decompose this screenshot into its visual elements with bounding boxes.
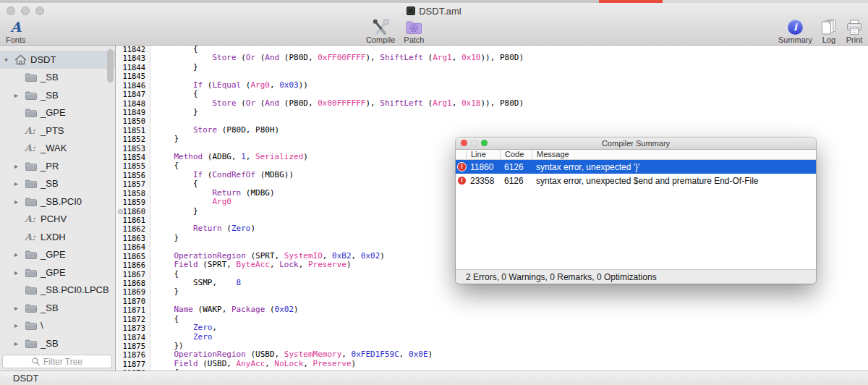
fonts-icon: A bbox=[10, 20, 21, 34]
folder-icon bbox=[25, 161, 40, 171]
toolbar: A Fonts bbox=[0, 19, 868, 45]
sidebar-item-dsdt[interactable]: ▾DSDT bbox=[0, 51, 115, 69]
code-line-11844[interactable]: 11844 } bbox=[116, 63, 868, 72]
folder-icon bbox=[25, 90, 40, 100]
line-number: 11856 bbox=[116, 171, 150, 179]
sidebar-item-sb[interactable]: ▸_SB bbox=[0, 299, 115, 317]
code-text: Store (Or (And (P80D, 0xFF00FFFF), Shift… bbox=[150, 54, 524, 62]
line-number: 11862 bbox=[116, 224, 150, 233]
line-number: 11878 bbox=[116, 368, 150, 371]
sidebar-item-pchv[interactable]: A:PCHV bbox=[0, 211, 115, 229]
line-number: 11853 bbox=[116, 144, 150, 153]
sidebar-item-sb[interactable]: ▸_SB bbox=[0, 86, 115, 104]
folder-icon bbox=[25, 321, 40, 330]
close-button[interactable] bbox=[7, 7, 15, 15]
sidebar-item-sb[interactable]: ▸_SB bbox=[0, 175, 115, 193]
folder-icon bbox=[25, 197, 40, 206]
disclosure-closed-icon[interactable]: ▸ bbox=[14, 268, 25, 276]
filter-placeholder: Filter Tree bbox=[43, 357, 82, 367]
sidebar-item-lxdh[interactable]: A:LXDH bbox=[0, 228, 115, 246]
disclosure-open-icon[interactable]: ▾ bbox=[4, 56, 14, 64]
sidebar: ▾DSDT_SB▸_SB_GPEA:_PTSA:_WAK▸_PR▸_SB▸_SB… bbox=[0, 46, 116, 371]
error-code: 6126 bbox=[500, 162, 532, 172]
code-line-11846[interactable]: 11846 If (LEqual (Arg0, 0x03)) bbox=[116, 81, 868, 90]
disclosure-closed-icon[interactable]: ▸ bbox=[14, 339, 25, 347]
sidebar-scrollbar-thumb[interactable] bbox=[107, 49, 114, 82]
patch-button[interactable]: Patch bbox=[404, 19, 424, 44]
sidebar-item-sbpci0[interactable]: ▸_SB.PCI0 bbox=[0, 192, 115, 211]
code-line-11874[interactable]: 11874 Zero bbox=[116, 333, 868, 342]
sidebar-item-gpe[interactable]: _GPE bbox=[0, 104, 115, 122]
code-line-11877[interactable]: 11877 Field (USBD, AnyAcc, NoLock, Prese… bbox=[116, 360, 868, 368]
disclosure-closed-icon[interactable]: ▸ bbox=[14, 321, 25, 329]
summary-button[interactable]: i Summary bbox=[778, 19, 812, 44]
summary-label: Summary bbox=[778, 35, 812, 44]
code-line-11849[interactable]: 11849 } bbox=[116, 108, 868, 117]
sidebar-item-label: _GPE bbox=[41, 267, 66, 278]
sidebar-item-label: \ bbox=[41, 320, 43, 331]
code-column-header: Code bbox=[500, 150, 532, 159]
log-button[interactable]: Log bbox=[820, 19, 838, 44]
line-number: 11865 bbox=[116, 252, 150, 261]
code-line-11848[interactable]: 11848 Store (Or (And (P80D, 0x00FFFFFF),… bbox=[116, 99, 868, 108]
filter-tree-input[interactable]: Filter Tree bbox=[2, 355, 112, 368]
error-icon: ! bbox=[458, 177, 466, 185]
summary-minimize-button[interactable] bbox=[471, 140, 477, 146]
method-icon: A: bbox=[25, 143, 40, 153]
title-area: DSDT.aml bbox=[0, 3, 868, 19]
sidebar-item-[interactable]: ▸\ bbox=[0, 317, 115, 335]
sidebar-item-gpe[interactable]: ▸_GPE bbox=[0, 263, 115, 282]
line-number: 11868 bbox=[116, 279, 150, 287]
sidebar-item-label: PCHV bbox=[41, 213, 67, 224]
code-text: { bbox=[150, 368, 179, 371]
code-text: Field (USBD, AnyAcc, NoLock, Preserve) bbox=[150, 360, 356, 368]
patch-label: Patch bbox=[404, 35, 424, 44]
disclosure-closed-icon[interactable]: ▸ bbox=[14, 91, 25, 99]
compile-button[interactable]: Compile bbox=[366, 19, 395, 44]
line-number: 11846 bbox=[116, 81, 150, 90]
statusbar-scope-label: DSDT bbox=[13, 373, 38, 384]
line-number: 11867 bbox=[116, 270, 150, 279]
screen: DSDT.aml A Fonts bbox=[0, 0, 868, 385]
disclosure-closed-icon[interactable]: ▸ bbox=[14, 162, 25, 170]
line-number: 11873 bbox=[116, 323, 150, 332]
sidebar-item-sb[interactable]: ▸_SB bbox=[0, 334, 115, 352]
error-message: syntax error, unexpected $end and premat… bbox=[532, 176, 816, 186]
minimize-button[interactable] bbox=[21, 7, 30, 15]
line-number: 11874 bbox=[116, 333, 150, 342]
sidebar-item-label: _SB bbox=[41, 72, 59, 82]
sidebar-item-gpe[interactable]: ▸_GPE bbox=[0, 246, 115, 264]
code-line-11878[interactable]: 11878 { bbox=[116, 368, 868, 371]
sidebar-item-sb[interactable]: _SB bbox=[0, 69, 115, 87]
print-button[interactable]: Print bbox=[846, 19, 863, 44]
error-row-11860[interactable]: !118606126syntax error, unexpected '}' bbox=[456, 160, 816, 174]
sidebar-item-label: _SB bbox=[41, 338, 59, 349]
code-line-11869[interactable]: 11869 } bbox=[116, 287, 868, 296]
code-text: Field (SPRT, ByteAcc, Lock, Preserve) bbox=[150, 261, 352, 269]
code-line-11851[interactable]: 11851 Store (P80D, P80H) bbox=[116, 126, 868, 135]
line-number: 11861 bbox=[116, 216, 150, 224]
summary-zoom-button[interactable] bbox=[481, 140, 488, 146]
code-line-11872[interactable]: 11872 { bbox=[116, 315, 868, 323]
summary-close-button[interactable] bbox=[461, 140, 467, 146]
code-line-11873[interactable]: 11873 Zero, bbox=[116, 323, 868, 332]
line-number: 11858 bbox=[116, 189, 150, 198]
sidebar-item-pts[interactable]: A:_PTS bbox=[0, 122, 115, 140]
method-icon: A: bbox=[25, 125, 40, 136]
disclosure-closed-icon[interactable]: ▸ bbox=[14, 198, 25, 206]
sidebar-item-sbpci0lpcb[interactable]: _SB.PCI0.LPCB bbox=[0, 282, 115, 300]
sidebar-item-pr[interactable]: ▸_PR bbox=[0, 157, 115, 175]
disclosure-closed-icon[interactable]: ▸ bbox=[14, 179, 25, 187]
search-icon bbox=[32, 358, 40, 365]
fonts-button[interactable]: A Fonts bbox=[6, 19, 26, 44]
zoom-button[interactable] bbox=[35, 7, 44, 15]
code-line-11843[interactable]: 11843 Store (Or (And (P80D, 0xFF00FFFF),… bbox=[116, 54, 868, 62]
line-number: 11852 bbox=[116, 135, 150, 143]
method-icon: A: bbox=[25, 232, 40, 242]
sidebar-item-wak[interactable]: A:_WAK bbox=[0, 140, 115, 158]
error-row-23358[interactable]: !233586126syntax error, unexpected $end … bbox=[456, 174, 816, 187]
disclosure-closed-icon[interactable]: ▸ bbox=[14, 304, 25, 312]
sidebar-item-label: _SB bbox=[41, 302, 59, 313]
disclosure-closed-icon[interactable]: ▸ bbox=[14, 250, 25, 258]
code-line-11871[interactable]: 11871 Name (WAKP, Package (0x02) bbox=[116, 305, 868, 314]
